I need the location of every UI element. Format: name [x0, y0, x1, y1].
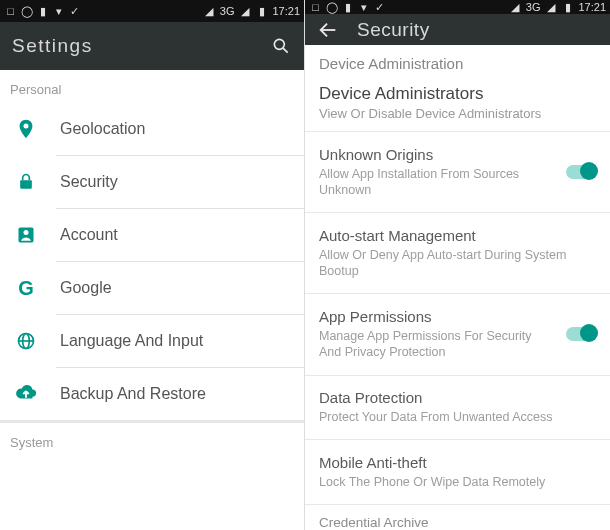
section-device-admin: Device Administration	[305, 45, 610, 78]
section-system: System	[0, 423, 304, 456]
check-icon: ✓	[68, 5, 81, 18]
sim-icon: ▮	[36, 5, 49, 18]
item-title: Data Protection	[319, 389, 596, 406]
app-header: Security	[305, 14, 610, 45]
svg-rect-2	[20, 180, 32, 188]
google-icon: G	[14, 276, 38, 300]
item-sub: Manage App Permissions For Security And …	[319, 328, 596, 361]
battery-icon: ▮	[561, 1, 574, 14]
location-icon	[14, 117, 38, 141]
item-label: Backup And Restore	[60, 385, 206, 403]
settings-pane: □ ◯ ▮ ▾ ✓ ◢ 3G ◢ ▮ 17:21 Settings Person…	[0, 0, 305, 530]
item-sub: Protect Your Data From Unwanted Access	[319, 409, 596, 425]
item-backup[interactable]: Backup And Restore	[0, 368, 304, 420]
item-security[interactable]: Security	[0, 156, 304, 208]
signal-icon: ◢	[203, 5, 216, 18]
page-title: Security	[357, 19, 430, 41]
item-label: Google	[60, 279, 112, 297]
item-label: Geolocation	[60, 120, 145, 138]
battery-icon: ▮	[255, 5, 268, 18]
section-personal: Personal	[0, 70, 304, 103]
download-icon: ▾	[52, 5, 65, 18]
status-bar: □ ◯ ▮ ▾ ✓ ◢ 3G ◢ ▮ 17:21	[0, 0, 304, 22]
item-sub: Allow App Installation From Sources Unkn…	[319, 166, 596, 199]
account-icon	[14, 223, 38, 247]
check-icon: ✓	[373, 1, 386, 14]
signal-icon: ◢	[238, 5, 251, 18]
whatsapp-icon: ◯	[325, 1, 338, 14]
credential-archive-label: Credential Archive	[305, 505, 610, 530]
item-label: Security	[60, 173, 118, 191]
svg-point-0	[274, 39, 284, 49]
network-label: 3G	[526, 1, 541, 13]
item-sub: Allow Or Deny App Auto-start During Syst…	[319, 247, 596, 280]
status-bar: □ ◯ ▮ ▾ ✓ ◢ 3G ◢ ▮ 17:21	[305, 0, 610, 14]
etc-icon: □	[309, 1, 322, 14]
item-anti-theft[interactable]: Mobile Anti-theft Lock The Phone Or Wipe…	[305, 440, 610, 504]
item-account[interactable]: Account	[0, 209, 304, 261]
sim-icon: ▮	[341, 1, 354, 14]
item-google[interactable]: G Google	[0, 262, 304, 314]
signal-icon: ◢	[509, 1, 522, 14]
item-sub: Lock The Phone Or Wipe Data Remotely	[319, 474, 596, 490]
app-header: Settings	[0, 22, 304, 70]
svg-line-1	[283, 48, 288, 53]
clock-label: 17:21	[578, 1, 606, 13]
page-title: Settings	[12, 35, 93, 57]
item-title: Mobile Anti-theft	[319, 454, 596, 471]
item-title: Unknown Origins	[319, 146, 596, 163]
etc-icon: □	[4, 5, 17, 18]
svg-point-4	[24, 230, 29, 235]
item-app-permissions[interactable]: App Permissions Manage App Permissions F…	[305, 294, 610, 375]
clock-label: 17:21	[272, 5, 300, 17]
item-data-protection[interactable]: Data Protection Protect Your Data From U…	[305, 375, 610, 439]
toggle-unknown-origins[interactable]	[566, 165, 596, 179]
lock-icon	[14, 170, 38, 194]
item-title: Auto-start Management	[319, 227, 596, 244]
item-language[interactable]: Language And Input	[0, 315, 304, 367]
item-title: App Permissions	[319, 308, 596, 325]
item-label: Account	[60, 226, 118, 244]
back-icon[interactable]	[317, 19, 339, 41]
search-icon[interactable]	[270, 35, 292, 57]
cloud-upload-icon	[14, 382, 38, 406]
item-autostart[interactable]: Auto-start Management Allow Or Deny App …	[305, 213, 610, 294]
toggle-app-permissions[interactable]	[566, 327, 596, 341]
item-unknown-origins[interactable]: Unknown Origins Allow App Installation F…	[305, 132, 610, 213]
whatsapp-icon: ◯	[20, 5, 33, 18]
network-label: 3G	[220, 5, 235, 17]
signal-icon: ◢	[544, 1, 557, 14]
item-geolocation[interactable]: Geolocation	[0, 103, 304, 155]
globe-icon	[14, 329, 38, 353]
security-pane: □ ◯ ▮ ▾ ✓ ◢ 3G ◢ ▮ 17:21 Security Device…	[305, 0, 610, 530]
download-icon: ▾	[357, 1, 370, 14]
device-admin-sub: View Or Disable Device Administrators	[305, 104, 610, 131]
item-label: Language And Input	[60, 332, 203, 350]
device-admin-title[interactable]: Device Administrators	[305, 78, 610, 104]
